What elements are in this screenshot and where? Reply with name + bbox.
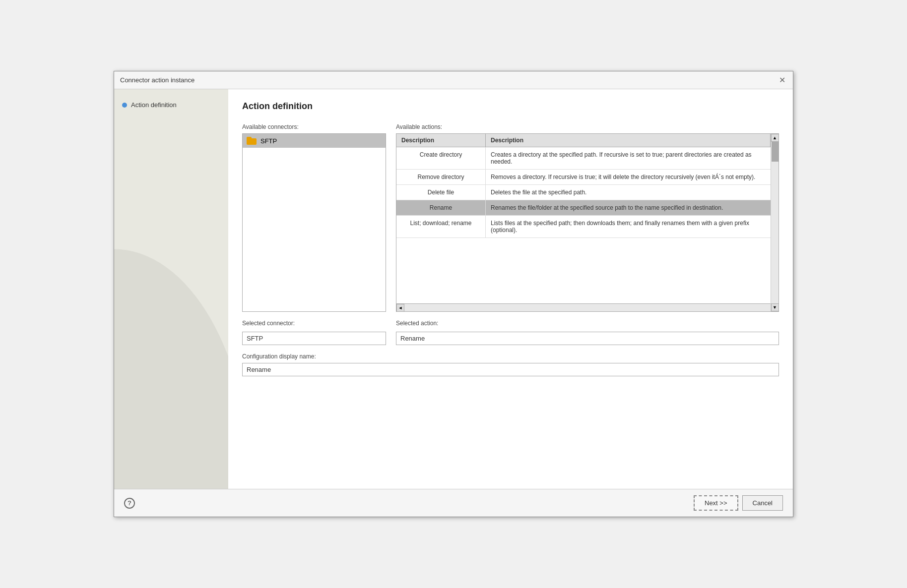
sidebar-bg-shape	[114, 249, 228, 489]
action-name-cell: Remove directory	[396, 170, 486, 184]
table-body-wrapper: Create directory Creates a directory at …	[396, 147, 778, 303]
available-connectors-label: Available connectors:	[242, 123, 386, 130]
table-row[interactable]: Create directory Creates a directory at …	[396, 147, 778, 170]
footer: ? Next >> Cancel	[114, 489, 793, 517]
scroll-track-h	[404, 304, 771, 311]
available-actions-label: Available actions:	[396, 123, 779, 130]
title-bar: Connector action instance ✕	[114, 71, 793, 89]
action-name-cell: Create directory	[396, 147, 486, 169]
selected-connector-label: Selected connector:	[242, 320, 386, 327]
close-button[interactable]: ✕	[777, 75, 787, 85]
col2-header: Description	[486, 134, 771, 147]
window-title: Connector action instance	[120, 76, 194, 84]
vertical-scrollbar[interactable]: ▲ ▼	[771, 147, 778, 303]
action-desc-cell: Deletes the file at the specified path.	[486, 185, 778, 200]
selected-action-label: Selected action:	[396, 320, 779, 327]
fields-row: Selected connector: Selected action:	[242, 320, 779, 345]
table-row-selected[interactable]: Rename Renames the file/folder at the sp…	[396, 200, 778, 216]
selected-connector-group: Selected connector:	[242, 320, 386, 345]
connector-item-sftp[interactable]: SFTP	[243, 134, 386, 148]
horizontal-scrollbar[interactable]: ◄ ►	[396, 303, 778, 311]
config-display-name-input[interactable]	[242, 363, 779, 376]
action-desc-cell: Creates a directory at the specified pat…	[486, 147, 778, 169]
action-name-cell: Rename	[396, 200, 486, 215]
next-button[interactable]: Next >>	[694, 495, 738, 511]
connectors-list[interactable]: SFTP	[242, 133, 386, 312]
table-row[interactable]: Delete file Deletes the file at the spec…	[396, 185, 778, 200]
connectors-column: Available connectors: SFTP	[242, 123, 386, 312]
col1-header: Description	[396, 134, 486, 147]
action-name-cell: List; download; rename	[396, 216, 486, 237]
selected-connector-input[interactable]	[242, 332, 386, 345]
help-button[interactable]: ?	[124, 498, 135, 509]
footer-buttons: Next >> Cancel	[694, 495, 783, 511]
scroll-track	[771, 147, 778, 303]
actions-column: Available actions: Description Descripti…	[396, 123, 779, 312]
scroll-thumb[interactable]	[772, 147, 778, 162]
two-column-area: Available connectors: SFTP Available act…	[242, 123, 779, 312]
table-row[interactable]: Remove directory Removes a directory. If…	[396, 170, 778, 185]
main-panel: Action definition Available connectors: …	[228, 89, 793, 489]
page-title: Action definition	[242, 101, 779, 112]
folder-icon	[247, 137, 257, 145]
action-desc-cell: Lists files at the specified path; then …	[486, 216, 778, 237]
table-body: Create directory Creates a directory at …	[396, 147, 778, 303]
content-area: Action definition Action definition Avai…	[114, 89, 793, 489]
table-row[interactable]: List; download; rename Lists files at th…	[396, 216, 778, 238]
scroll-left-arrow[interactable]: ◄	[396, 304, 404, 312]
sidebar-item-label: Action definition	[131, 101, 177, 109]
action-desc-cell: Removes a directory. If recursive is tru…	[486, 170, 778, 184]
selected-action-input[interactable]	[396, 332, 779, 345]
config-display-name-label: Configuration display name:	[242, 353, 779, 360]
connector-name: SFTP	[260, 137, 277, 145]
config-display-name-group: Configuration display name:	[242, 353, 779, 376]
actions-table-container: Description Description Create directory	[396, 133, 779, 312]
selected-action-group: Selected action:	[396, 320, 779, 345]
sidebar: Action definition	[114, 89, 228, 489]
table-header: Description Description	[396, 134, 778, 147]
action-name-cell: Delete file	[396, 185, 486, 200]
sidebar-item-action-definition[interactable]: Action definition	[122, 99, 220, 111]
action-desc-cell: Renames the file/folder at the specified…	[486, 200, 778, 215]
sidebar-bullet-icon	[122, 103, 127, 108]
cancel-button[interactable]: Cancel	[742, 495, 783, 511]
